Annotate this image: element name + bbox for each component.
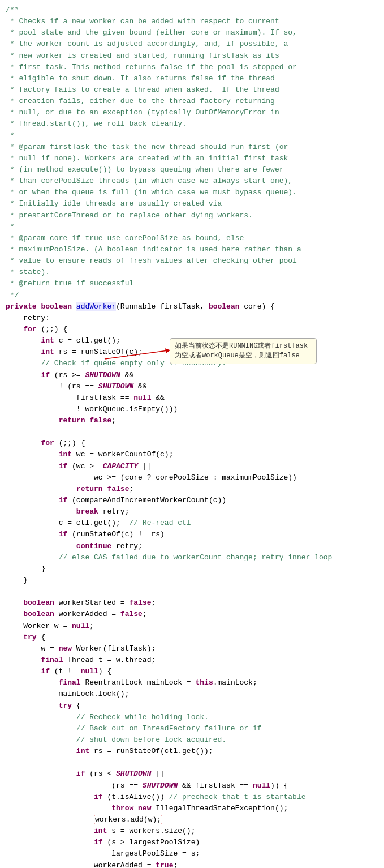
tooltip-box: 如果当前状态不是RUNNING或者firstTask为空或者workQueue是… — [170, 338, 317, 364]
code-view: /** * Checks if a new worker can be adde… — [6, 5, 378, 313]
workers-add-box: workers.add(w); — [94, 815, 162, 824]
workers-add-code: workers.add(w); — [95, 815, 161, 824]
tooltip-text: 如果当前状态不是RUNNING或者firstTask为空或者workQueue是… — [175, 342, 308, 360]
tooltip-arrow — [105, 348, 172, 365]
code-check-empty: // Check if queue empty only if necessar… — [6, 358, 378, 868]
svg-line-0 — [105, 350, 168, 359]
comment-line: /** * Checks if a new worker can be adde… — [6, 6, 301, 300]
code-body-top: retry: for (;;) { — [6, 313, 378, 335]
